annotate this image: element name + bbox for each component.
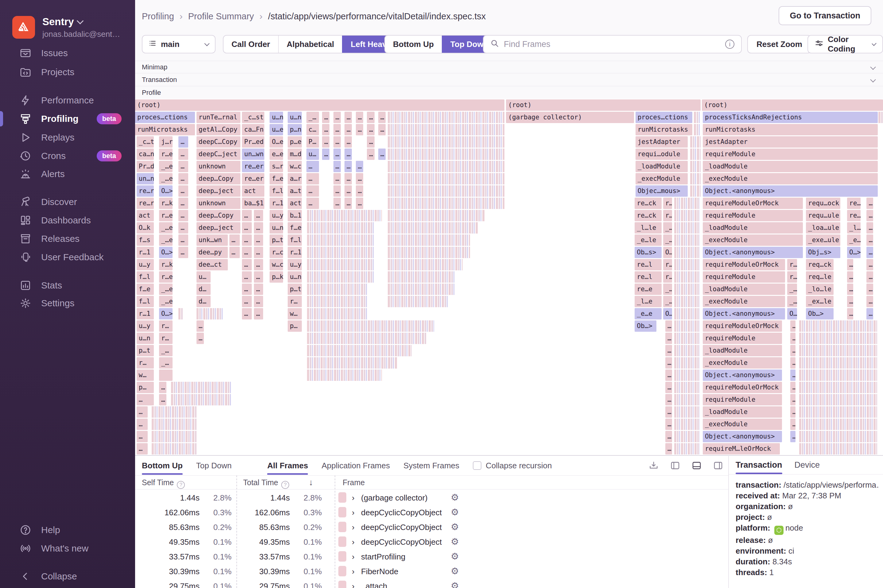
flame-frame[interactable]: … — [866, 271, 873, 283]
flame-frame[interactable]: … — [179, 173, 188, 184]
flame-frame[interactable]: f…l — [270, 185, 283, 197]
flame-frame[interactable]: … — [333, 136, 341, 148]
flame-frame[interactable]: … — [866, 234, 873, 246]
flame-frame[interactable]: _loadModule — [703, 222, 803, 234]
flame-frame[interactable]: requireModule — [703, 271, 785, 283]
flame-frame[interactable]: re…r — [137, 185, 154, 197]
section-header-transaction[interactable]: Transaction — [135, 73, 883, 86]
flame-frame[interactable]: Pr…ed — [242, 136, 264, 148]
flame-frame[interactable]: … — [322, 148, 329, 160]
flame-frame[interactable]: … — [344, 124, 352, 135]
flame-frame[interactable]: … — [790, 333, 796, 344]
sidebar-item-dashboards[interactable]: Dashboards — [0, 211, 135, 230]
flame-frame[interactable]: … — [790, 382, 796, 393]
flame-frame[interactable]: … — [367, 148, 374, 160]
flame-frame[interactable]: u…n — [288, 271, 302, 283]
flame-frame[interactable]: _l…e — [635, 296, 662, 307]
expand-chevron-icon[interactable]: › — [352, 567, 354, 576]
flame-frame[interactable]: … — [367, 136, 374, 148]
expand-chevron-icon[interactable]: › — [352, 493, 354, 502]
flame-frame[interactable]: _c…st — [242, 112, 264, 123]
flame-frame[interactable]: … — [179, 234, 188, 246]
flame-frame[interactable]: re…k — [847, 198, 860, 209]
flame-frame[interactable]: r… — [787, 259, 797, 270]
expand-chevron-icon[interactable]: › — [352, 537, 354, 547]
flame-frame[interactable]: Object.<anonymous> — [703, 247, 803, 258]
flame-frame[interactable]: requireModule — [703, 148, 878, 160]
flame-frame[interactable]: … — [790, 431, 796, 442]
flame-frame[interactable]: _… — [306, 112, 319, 123]
flame-frame[interactable]: … — [242, 234, 252, 246]
flame-frame[interactable]: w…c — [288, 161, 302, 172]
org-switcher[interactable]: Sentry jonas.badalic@sent… — [12, 16, 120, 39]
flame-frame[interactable]: r… — [288, 296, 302, 307]
flame-frame[interactable]: … — [242, 308, 252, 320]
flame-frame[interactable]: ca…n — [137, 148, 154, 160]
flame-frame[interactable]: … — [378, 148, 386, 160]
flame-frame[interactable]: … — [197, 333, 204, 344]
layout-left-icon[interactable] — [670, 460, 680, 471]
flame-frame[interactable]: p…t — [270, 234, 283, 246]
flame-frame[interactable]: deep…ject — [197, 222, 241, 234]
flame-frame[interactable]: p… — [137, 382, 154, 393]
flame-frame[interactable]: Ob…s> — [635, 247, 662, 258]
sidebar-item-discover[interactable]: Discover — [0, 192, 135, 212]
flame-frame[interactable]: re…l — [635, 259, 662, 270]
tab-transaction[interactable]: Transaction — [736, 456, 782, 474]
flame-frame[interactable]: O…> — [847, 247, 860, 258]
expand-chevron-icon[interactable]: › — [352, 582, 354, 588]
flame-frame[interactable]: … — [665, 406, 672, 418]
flame-frame[interactable]: _lo…le — [806, 284, 833, 295]
flame-frame[interactable]: re…e — [635, 284, 662, 295]
flame-frame[interactable]: … — [847, 284, 853, 295]
flame-frame[interactable]: … — [333, 173, 341, 184]
flame-frame[interactable]: deep…Copy — [197, 173, 241, 184]
flame-frame[interactable]: … — [344, 136, 352, 148]
flame-frame[interactable]: c… — [306, 124, 319, 135]
flame-frame[interactable]: … — [866, 308, 873, 320]
flame-frame[interactable]: _loa…ule — [806, 222, 840, 234]
sort-descending-icon[interactable]: ↓ — [309, 477, 313, 488]
section-header-profile[interactable]: Profile — [135, 86, 883, 99]
flame-frame[interactable]: … — [356, 173, 363, 184]
flame-frame[interactable]: … — [254, 222, 263, 234]
flame-frame[interactable]: … — [242, 284, 252, 295]
flame-frame[interactable]: u…e — [270, 124, 283, 135]
flame-frame[interactable]: _e…e — [847, 234, 860, 246]
flame-frame[interactable]: _execModule — [635, 173, 688, 184]
tab-top-down[interactable]: Top Down — [196, 456, 232, 476]
flame-frame[interactable]: p…t — [288, 284, 302, 295]
flame-frame[interactable]: Object.<anonymous> — [703, 185, 878, 197]
flame-frame[interactable]: u…n — [270, 222, 283, 234]
flame-frame[interactable]: ba…$1 — [242, 198, 264, 209]
flame-frame[interactable]: f…s — [137, 234, 154, 246]
flame-frame[interactable]: … — [847, 296, 853, 307]
option-bottom-up[interactable]: Bottom Up — [385, 36, 442, 53]
sidebar-item-settings[interactable]: Settings — [0, 294, 135, 313]
frame-table-row[interactable]: 1.44s2.8%1.44s2.8%⚙›(garbage collector) — [135, 490, 728, 505]
flame-frame[interactable]: req…le — [806, 271, 833, 283]
expand-chevron-icon[interactable]: › — [352, 523, 354, 532]
flame-frame[interactable]: re…ck — [635, 198, 662, 209]
flame-frame[interactable]: Ob…> — [635, 320, 656, 332]
flame-frame[interactable]: req…ck — [806, 259, 833, 270]
thread-select[interactable]: main — [142, 35, 216, 53]
layout-right-icon[interactable] — [713, 460, 723, 471]
self-time-header[interactable]: Self Time? — [142, 478, 185, 489]
flame-frame[interactable]: O… — [663, 247, 672, 258]
flame-frame[interactable]: … — [254, 296, 263, 307]
flame-frame[interactable]: _execModule — [703, 173, 878, 184]
sidebar-item-stats[interactable]: Stats — [0, 276, 135, 295]
flame-frame[interactable]: … — [790, 320, 796, 332]
flame-frame[interactable]: _loadModule — [703, 284, 785, 295]
section-header-minimap[interactable]: Minimap — [135, 61, 883, 73]
flame-frame[interactable]: … — [137, 394, 154, 405]
flame-frame[interactable]: … — [790, 357, 796, 369]
flame-frame[interactable]: _execModule — [703, 234, 803, 246]
flame-frame[interactable]: … — [242, 222, 252, 234]
flame-frame[interactable]: act — [137, 210, 154, 221]
flame-frame[interactable]: r… — [159, 333, 173, 344]
flame-frame[interactable]: w… — [137, 369, 154, 381]
flame-frame[interactable]: dee…py — [197, 247, 228, 258]
flame-frame[interactable]: … — [356, 124, 363, 135]
